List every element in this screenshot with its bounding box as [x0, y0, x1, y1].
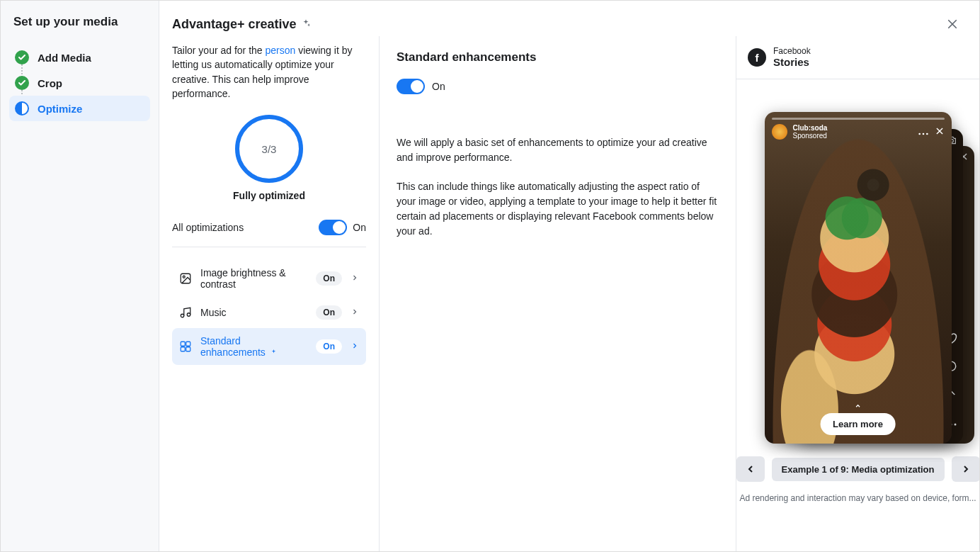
standard-enhancements-toggle[interactable]: [397, 79, 425, 94]
learn-more-button[interactable]: Learn more: [820, 413, 896, 435]
story-progress-bar: [772, 118, 945, 120]
main-header: Advantage+ creative: [159, 1, 979, 36]
story-card-front: Club:soda Sponsored: [765, 112, 952, 444]
preview-footnote: Ad rendering and interaction may vary ba…: [736, 485, 979, 503]
svg-rect-9: [186, 347, 190, 351]
sponsored-label: Sponsored: [793, 132, 828, 140]
opt-row-standard-enhancements[interactable]: Standard enhancements On: [172, 328, 366, 365]
optimize-intro: Tailor your ad for the person viewing it…: [172, 43, 366, 101]
all-optimizations-label: All optimizations: [172, 222, 244, 233]
preview-surface: Stories: [773, 56, 811, 69]
svg-point-16: [954, 424, 956, 426]
toggle-status: On: [432, 81, 445, 92]
detail-title: Standard enhancements: [397, 50, 719, 64]
svg-point-17: [918, 133, 921, 135]
close-icon: [935, 126, 945, 138]
progress-ring: 3/3: [235, 115, 303, 183]
person-link[interactable]: person: [266, 45, 296, 56]
preview-platform: Facebook: [773, 46, 811, 56]
svg-point-5: [187, 313, 190, 317]
check-icon: [15, 50, 29, 64]
opt-label: Standard enhancements: [200, 335, 307, 358]
step-label: Crop: [38, 77, 62, 89]
chevron-right-icon: [351, 307, 359, 318]
more-icon: [918, 126, 929, 138]
advantage-title: Advantage+ creative: [172, 17, 297, 32]
image-icon: [179, 272, 192, 285]
svg-rect-8: [181, 347, 185, 351]
svg-point-18: [922, 133, 924, 135]
facebook-icon: f: [748, 48, 766, 67]
detail-paragraph-1: We will apply a basic set of enhancement…: [397, 135, 719, 165]
svg-rect-6: [181, 342, 185, 346]
progress-text: 3/3: [262, 143, 277, 155]
preview-header: f Facebook Stories: [736, 36, 979, 79]
opt-label: Image brightness & contrast: [200, 267, 307, 290]
prev-example-button[interactable]: [736, 456, 765, 482]
progress-label: Fully optimized: [233, 190, 305, 201]
chevron-right-icon: [351, 273, 359, 284]
status-pill: On: [316, 271, 342, 286]
half-circle-icon: [15, 101, 29, 116]
close-button[interactable]: [941, 13, 964, 35]
step-add-media[interactable]: Add Media: [9, 45, 150, 70]
svg-point-4: [181, 314, 184, 317]
next-example-button[interactable]: [952, 456, 980, 482]
check-icon: [15, 76, 29, 90]
music-icon: [179, 306, 192, 319]
all-optimizations-status: On: [353, 222, 366, 233]
all-optimizations-toggle[interactable]: [319, 220, 347, 235]
step-label: Add Media: [38, 52, 91, 64]
opt-row-music[interactable]: Music On: [172, 298, 366, 327]
svg-rect-7: [186, 342, 190, 346]
detail-panel: Standard enhancements On We will apply a…: [379, 36, 736, 551]
svg-point-19: [926, 133, 928, 135]
step-crop[interactable]: Crop: [9, 70, 150, 96]
step-label: Optimize: [38, 103, 82, 115]
ad-image: [765, 112, 952, 444]
grid-icon: [179, 340, 192, 353]
sparkle-icon: [301, 18, 311, 30]
advertiser-name: Club:soda: [793, 124, 828, 132]
example-counter: Example 1 of 9: Media optimization: [772, 458, 945, 481]
setup-sidebar: Set up your media Add Media Crop Optimiz…: [1, 1, 159, 551]
chevron-up-icon: [853, 401, 863, 412]
status-pill: On: [316, 339, 342, 354]
step-optimize[interactable]: Optimize: [9, 96, 150, 121]
story-preview: Club:soda Sponsored: [765, 112, 952, 444]
sidebar-title: Set up your media: [9, 15, 150, 29]
avatar: [772, 124, 787, 140]
preview-panel: f Facebook Stories: [736, 36, 979, 551]
svg-point-3: [183, 276, 185, 278]
optimize-panel: Tailor your ad for the person viewing it…: [159, 36, 379, 551]
chevron-right-icon: [351, 341, 359, 352]
opt-row-brightness[interactable]: Image brightness & contrast On: [172, 260, 366, 297]
status-pill: On: [316, 305, 342, 320]
opt-label: Music: [200, 307, 307, 318]
detail-paragraph-2: This can include things like automatical…: [397, 179, 719, 239]
